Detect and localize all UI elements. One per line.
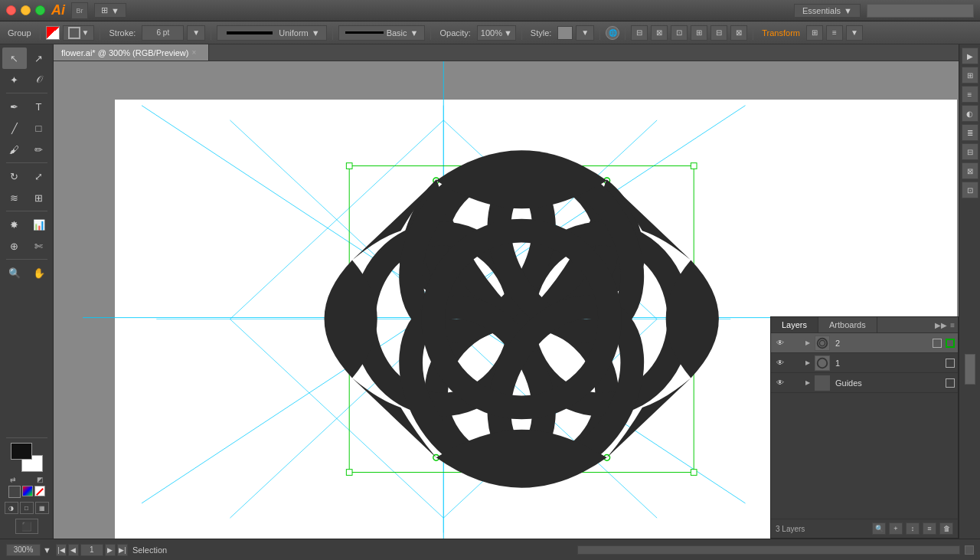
lasso-tool[interactable]: 𝒪 — [27, 69, 51, 90]
zoom-dropdown-arrow[interactable]: ▼ — [43, 545, 51, 555]
color-mode-btn[interactable] — [8, 486, 21, 498]
align-button-1[interactable]: ⊟ — [631, 25, 648, 41]
type-tool[interactable]: T — [27, 96, 51, 117]
essentials-button[interactable]: Essentials ▼ — [794, 4, 861, 18]
foreground-color[interactable] — [11, 443, 32, 460]
transform-button[interactable]: Transform — [759, 28, 803, 38]
rp-btn-8[interactable]: ⊡ — [962, 182, 978, 198]
essentials-area: Essentials ▼ — [794, 4, 974, 18]
guides-expand[interactable]: ▶ — [803, 378, 812, 388]
close-button[interactable] — [6, 5, 16, 15]
fullscreen-button[interactable] — [35, 5, 45, 15]
rotate-tool[interactable]: ↻ — [2, 165, 27, 187]
style-line — [345, 31, 384, 34]
guides-name: Guides — [832, 378, 943, 388]
layers-expand-icon[interactable]: ▶▶ — [935, 321, 947, 329]
minimize-button[interactable] — [21, 5, 31, 15]
artboards-tab[interactable]: Artboards — [818, 317, 877, 332]
rp-btn-7[interactable]: ⊠ — [962, 162, 978, 179]
style-swatch-dropdown[interactable]: ▼ — [576, 25, 594, 41]
magic-wand-tool[interactable]: ✦ — [2, 69, 27, 90]
hand-tool[interactable]: ✋ — [27, 262, 51, 283]
gradient-mode-btn[interactable] — [22, 486, 33, 496]
tab-close-button[interactable]: × — [191, 48, 201, 57]
rp-btn-2[interactable]: ⊞ — [962, 67, 978, 84]
transform-icon-1[interactable]: ⊞ — [806, 25, 823, 41]
new-layer-btn[interactable]: + — [889, 522, 903, 535]
layer-2-expand[interactable]: ▶ — [803, 339, 812, 348]
layers-tab[interactable]: Layers — [771, 317, 818, 332]
default-colors-icon[interactable]: ◩ — [37, 476, 44, 483]
properties-btn[interactable]: ▶ — [962, 47, 978, 64]
guides-visibility[interactable]: 👁 — [774, 377, 786, 389]
transform-icon-3[interactable]: ▼ — [846, 25, 863, 41]
layer-2-visibility[interactable]: 👁 — [774, 337, 786, 349]
stroke-color-swatch[interactable] — [46, 26, 60, 40]
layer-1-visibility[interactable]: 👁 — [774, 357, 786, 369]
screen-mode-btn[interactable]: ⬛ — [15, 519, 38, 534]
first-artboard-btn[interactable]: |◀ — [56, 544, 67, 556]
free-transform-tool[interactable]: ⊞ — [27, 187, 51, 208]
svg-point-45 — [819, 340, 825, 345]
stroke-dropdown[interactable]: ▼ — [187, 25, 205, 41]
scroll-indicator[interactable] — [965, 545, 974, 555]
artboard-tool[interactable]: ⊕ — [2, 235, 27, 257]
tool-row-6: ↻ ⤢ — [2, 165, 51, 187]
layer-item-1[interactable]: 👁 ▶ 1 — [771, 353, 958, 373]
rp-btn-4[interactable]: ◐ — [962, 105, 978, 122]
style-button[interactable]: Basic ▼ — [338, 25, 426, 41]
outline-mode-btn[interactable]: □ — [20, 502, 34, 514]
move-layer-btn[interactable]: ↕ — [906, 522, 920, 535]
direct-selection-tool[interactable]: ↗ — [27, 47, 51, 69]
zoom-input[interactable] — [6, 544, 41, 556]
transform-icon-2[interactable]: ≡ — [826, 25, 843, 41]
opacity-control[interactable]: 100% ▼ — [477, 25, 516, 41]
pen-tool[interactable]: ✒ — [2, 96, 27, 117]
slice-tool[interactable]: ✄ — [27, 235, 51, 257]
prev-artboard-btn[interactable]: ◀ — [68, 544, 79, 556]
pencil-tool[interactable]: ✏ — [27, 139, 51, 160]
bridge-icon[interactable]: Br — [71, 2, 88, 19]
stroke-options-button[interactable]: ▼ — [63, 25, 95, 41]
last-artboard-btn[interactable]: ▶| — [117, 544, 128, 556]
column-graph-tool[interactable]: 📊 — [27, 214, 51, 235]
align-button-2[interactable]: ⊠ — [651, 25, 668, 41]
pixel-preview-btn[interactable]: ▦ — [35, 502, 49, 514]
stroke-profile-button[interactable]: Uniform ▼ — [217, 25, 326, 41]
scale-tool[interactable]: ⤢ — [27, 165, 51, 187]
artboard-number-input[interactable] — [80, 544, 103, 556]
right-scrollbar-thumb[interactable] — [965, 354, 975, 385]
layer-options-btn[interactable]: ≡ — [923, 522, 936, 535]
warp-tool[interactable]: ≋ — [2, 187, 27, 208]
align-button-3[interactable]: ⊡ — [671, 25, 688, 41]
workspace-switcher[interactable]: ⊞ ▼ — [94, 3, 126, 18]
delete-layer-btn[interactable]: 🗑 — [939, 522, 953, 535]
color-swatches[interactable] — [11, 443, 43, 472]
rp-btn-5[interactable]: ≣ — [962, 124, 978, 141]
document-tab[interactable]: flower.ai* @ 300% (RGB/Preview) × — [54, 44, 209, 61]
symbol-sprayer-tool[interactable]: ✸ — [2, 214, 27, 235]
line-tool[interactable]: ╱ — [2, 117, 27, 139]
selection-tool[interactable]: ↖ — [2, 47, 27, 69]
rect-tool[interactable]: □ — [27, 117, 51, 139]
none-mode-btn[interactable] — [34, 486, 45, 496]
align-button-4[interactable]: ⊞ — [691, 25, 707, 41]
layer-1-expand[interactable]: ▶ — [803, 359, 812, 368]
rp-btn-3[interactable]: ≡ — [962, 86, 978, 103]
rp-btn-6[interactable]: ⊟ — [962, 143, 978, 160]
swap-colors-icon[interactable]: ⇄ — [10, 476, 16, 483]
preview-mode-btn[interactable]: ◑ — [5, 502, 18, 514]
layer-item-2[interactable]: 👁 ▶ 2 — [771, 333, 958, 353]
search-input[interactable] — [867, 4, 974, 18]
zoom-tool[interactable]: 🔍 — [2, 262, 27, 283]
globe-icon[interactable]: 🌐 — [606, 26, 619, 40]
layers-menu-icon[interactable]: ≡ — [950, 321, 955, 329]
layer-item-guides[interactable]: 👁 ▶ Guides — [771, 373, 958, 393]
next-artboard-btn[interactable]: ▶ — [105, 544, 116, 556]
align-button-5[interactable]: ⊟ — [710, 25, 727, 41]
search-layers-btn[interactable]: 🔍 — [872, 522, 886, 535]
style-swatch[interactable] — [557, 26, 573, 40]
stroke-width-input[interactable] — [142, 25, 184, 41]
paintbrush-tool[interactable]: 🖌 — [2, 139, 27, 160]
align-button-6[interactable]: ⊠ — [730, 25, 747, 41]
